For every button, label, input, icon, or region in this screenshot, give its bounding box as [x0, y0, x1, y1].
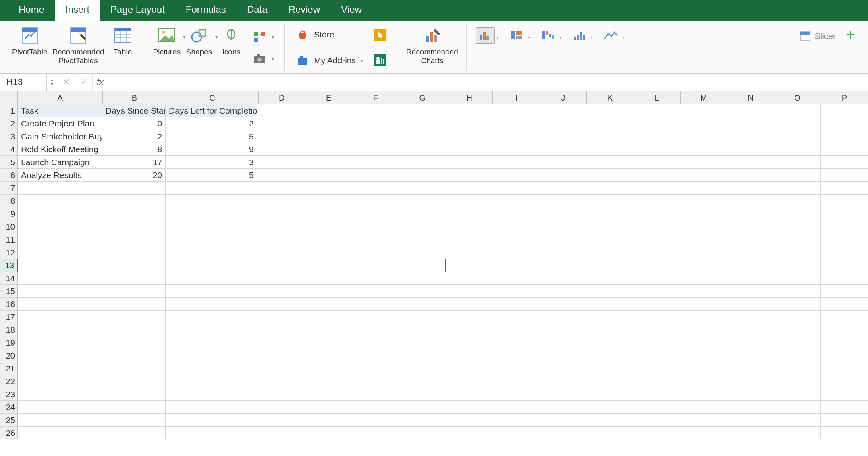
cell[interactable] — [445, 388, 492, 401]
cell[interactable] — [166, 427, 257, 439]
cell[interactable] — [633, 349, 680, 362]
cell[interactable] — [18, 259, 102, 272]
cell[interactable] — [166, 336, 257, 349]
cell[interactable] — [539, 182, 586, 195]
cell[interactable] — [18, 349, 102, 362]
cell[interactable] — [18, 298, 102, 311]
cell[interactable]: 2 — [102, 130, 166, 143]
column-header[interactable]: G — [399, 91, 446, 104]
cell[interactable] — [586, 349, 633, 362]
cell[interactable] — [727, 104, 774, 117]
cell[interactable] — [492, 195, 539, 207]
cell[interactable] — [586, 427, 633, 439]
cell[interactable] — [102, 362, 166, 375]
cell[interactable] — [492, 362, 539, 375]
cell[interactable] — [821, 414, 868, 427]
cell[interactable] — [492, 117, 539, 130]
cell[interactable] — [680, 220, 727, 233]
cell[interactable] — [539, 259, 586, 272]
cell[interactable] — [257, 414, 305, 427]
cell[interactable] — [102, 311, 166, 323]
cell[interactable] — [445, 207, 492, 220]
cell[interactable] — [18, 336, 102, 349]
row-header[interactable]: 14 — [0, 272, 18, 285]
cell[interactable] — [257, 349, 305, 362]
header-cell[interactable]: Days Since Start — [102, 104, 166, 117]
cell[interactable] — [304, 272, 351, 285]
cell[interactable] — [398, 323, 445, 336]
cell[interactable] — [257, 272, 305, 285]
cell[interactable] — [539, 298, 586, 311]
cell[interactable] — [304, 401, 351, 414]
cell[interactable] — [633, 220, 680, 233]
cell[interactable] — [539, 414, 586, 427]
cell[interactable] — [492, 104, 539, 117]
cell[interactable]: Hold Kickoff Meeting — [18, 143, 102, 156]
table-button[interactable]: Table — [107, 24, 139, 71]
cell[interactable] — [398, 362, 445, 375]
cell[interactable] — [586, 259, 633, 272]
cell[interactable] — [257, 259, 305, 272]
row-header[interactable]: 25 — [0, 414, 18, 427]
cell[interactable] — [166, 349, 257, 362]
cell[interactable] — [821, 182, 868, 195]
cell[interactable] — [680, 285, 727, 298]
cell[interactable] — [304, 246, 351, 259]
cell[interactable]: 8 — [102, 143, 166, 156]
line-chart-dropdown[interactable]: ▾ — [601, 27, 621, 44]
cell[interactable] — [774, 195, 821, 207]
cell[interactable]: 17 — [102, 156, 166, 169]
cell[interactable] — [304, 195, 351, 207]
cell[interactable] — [102, 207, 166, 220]
cell[interactable] — [633, 259, 680, 272]
row-header[interactable]: 6 — [0, 169, 18, 182]
icons-button[interactable]: Icons — [215, 24, 247, 71]
cell[interactable] — [586, 195, 633, 207]
cell[interactable] — [18, 272, 102, 285]
cell[interactable] — [304, 233, 351, 246]
cell[interactable] — [166, 233, 257, 246]
cell[interactable] — [727, 362, 774, 375]
column-header[interactable]: M — [681, 91, 727, 104]
cell[interactable] — [492, 285, 539, 298]
cell[interactable] — [304, 323, 351, 336]
row-header[interactable]: 1 — [0, 104, 18, 117]
pivottable-button[interactable]: PivotTable — [10, 24, 50, 71]
cell[interactable] — [586, 246, 633, 259]
cell[interactable] — [445, 246, 492, 259]
cell[interactable] — [774, 375, 821, 388]
cell[interactable] — [680, 207, 727, 220]
cell[interactable] — [304, 336, 351, 349]
cell[interactable] — [351, 298, 399, 311]
cell[interactable] — [680, 362, 727, 375]
cell[interactable] — [102, 182, 166, 195]
cell[interactable] — [586, 336, 633, 349]
cell[interactable] — [586, 169, 633, 182]
cell[interactable] — [102, 323, 166, 336]
cell[interactable] — [257, 375, 305, 388]
cell[interactable] — [539, 362, 586, 375]
cell[interactable] — [586, 285, 633, 298]
column-chart-dropdown[interactable]: ▾ — [476, 27, 495, 44]
cell[interactable] — [774, 401, 821, 414]
cell[interactable] — [821, 272, 868, 285]
cell[interactable] — [539, 375, 586, 388]
row-header[interactable]: 17 — [0, 311, 18, 323]
cell[interactable] — [727, 195, 774, 207]
name-box[interactable]: H13 — [0, 74, 47, 91]
cell[interactable] — [257, 182, 305, 195]
cell[interactable] — [774, 414, 821, 427]
cell[interactable] — [821, 117, 868, 130]
cell[interactable] — [398, 427, 445, 439]
cell[interactable] — [492, 233, 539, 246]
cell[interactable] — [351, 143, 399, 156]
cell[interactable] — [351, 259, 399, 272]
cell[interactable] — [18, 414, 102, 427]
cell[interactable] — [445, 323, 492, 336]
cell[interactable] — [398, 156, 445, 169]
cell[interactable] — [445, 427, 492, 439]
cell[interactable] — [727, 259, 774, 272]
cell[interactable] — [351, 169, 399, 182]
cell[interactable] — [166, 388, 257, 401]
cell[interactable] — [445, 233, 492, 246]
